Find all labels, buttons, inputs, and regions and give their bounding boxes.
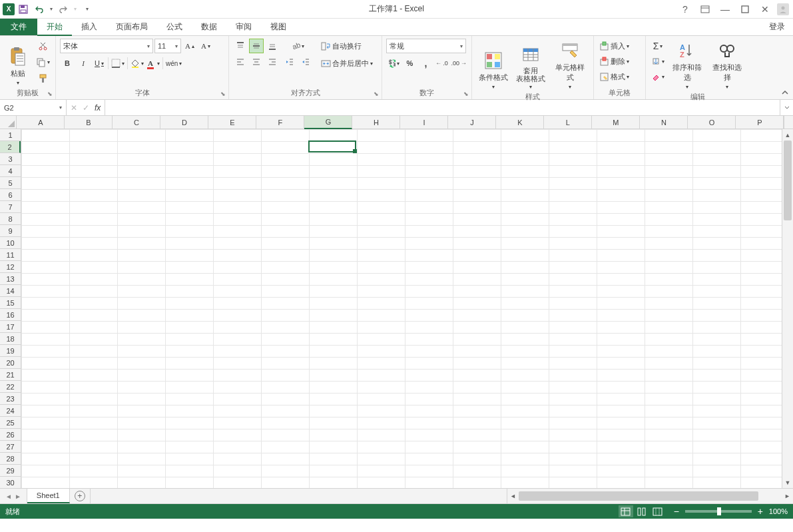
insert-cells-button[interactable]: 插入▾ bbox=[598, 39, 642, 53]
row-header[interactable]: 17 bbox=[0, 321, 21, 333]
cut-button[interactable] bbox=[35, 39, 51, 53]
row-header[interactable]: 23 bbox=[0, 393, 21, 405]
font-color-button[interactable]: A▾ bbox=[146, 56, 161, 71]
row-header[interactable]: 18 bbox=[0, 333, 21, 345]
number-format-combo[interactable]: 常规▾ bbox=[386, 39, 466, 53]
zoom-out-button[interactable]: − bbox=[672, 506, 681, 517]
file-tab[interactable]: 文件 bbox=[0, 19, 37, 35]
save-icon[interactable] bbox=[16, 2, 31, 17]
tab-insert[interactable]: 插入 bbox=[72, 19, 107, 35]
zoom-level[interactable]: 100% bbox=[769, 507, 788, 515]
zoom-in-button[interactable]: + bbox=[756, 506, 765, 517]
clear-button[interactable]: ▾ bbox=[650, 69, 666, 84]
tab-data[interactable]: 数据 bbox=[192, 19, 226, 35]
row-header[interactable]: 10 bbox=[0, 237, 21, 249]
scroll-right-icon[interactable]: ► bbox=[782, 493, 793, 499]
column-header[interactable]: G bbox=[304, 116, 352, 129]
dialog-launcher-icon[interactable]: ⬊ bbox=[46, 90, 54, 98]
tab-view[interactable]: 视图 bbox=[261, 19, 296, 35]
row-header[interactable]: 19 bbox=[0, 345, 21, 357]
column-header[interactable]: L bbox=[544, 116, 592, 129]
delete-cells-button[interactable]: 删除▾ bbox=[598, 54, 642, 69]
dialog-launcher-icon[interactable]: ⬊ bbox=[372, 90, 380, 98]
column-header[interactable]: C bbox=[113, 116, 160, 129]
tab-page-layout[interactable]: 页面布局 bbox=[107, 19, 157, 35]
tab-formulas[interactable]: 公式 bbox=[157, 19, 192, 35]
sheet-nav-prev-icon[interactable]: ◄ bbox=[5, 493, 12, 500]
column-header[interactable]: A bbox=[17, 116, 65, 129]
row-header[interactable]: 2 bbox=[0, 141, 21, 153]
help-icon[interactable]: ? bbox=[677, 3, 693, 16]
align-top-icon[interactable] bbox=[233, 39, 248, 53]
align-center-icon[interactable] bbox=[249, 55, 264, 69]
row-header[interactable]: 4 bbox=[0, 165, 21, 177]
decrease-decimal-button[interactable]: .00→ bbox=[450, 56, 467, 71]
dialog-launcher-icon[interactable]: ⬊ bbox=[219, 90, 227, 98]
decrease-font-icon[interactable]: A▾ bbox=[198, 39, 213, 53]
cancel-formula-icon[interactable]: ✕ bbox=[71, 103, 77, 113]
comma-button[interactable]: , bbox=[418, 56, 433, 71]
row-header[interactable]: 26 bbox=[0, 429, 21, 441]
sort-filter-button[interactable]: AZ 排序和筛选▾ bbox=[668, 39, 706, 91]
row-header[interactable]: 28 bbox=[0, 453, 21, 465]
row-header[interactable]: 13 bbox=[0, 273, 21, 285]
minimize-icon[interactable]: — bbox=[717, 3, 733, 16]
cell-grid[interactable] bbox=[21, 129, 782, 488]
user-avatar-icon[interactable] bbox=[777, 3, 789, 15]
orientation-button[interactable]: ab▾ bbox=[282, 39, 313, 53]
column-header[interactable]: K bbox=[496, 116, 544, 129]
row-header[interactable]: 9 bbox=[0, 225, 21, 237]
column-header[interactable]: M bbox=[592, 116, 640, 129]
find-select-button[interactable]: 查找和选择▾ bbox=[708, 39, 746, 91]
italic-button[interactable]: I bbox=[76, 56, 91, 71]
scroll-down-icon[interactable]: ▼ bbox=[782, 477, 793, 488]
zoom-slider[interactable] bbox=[685, 510, 752, 513]
font-name-combo[interactable]: 宋体▾ bbox=[60, 39, 153, 53]
decrease-indent-icon[interactable] bbox=[282, 55, 297, 69]
fill-button[interactable]: ▾ bbox=[650, 54, 666, 69]
borders-button[interactable]: ▾ bbox=[110, 56, 126, 71]
scroll-up-icon[interactable]: ▲ bbox=[782, 129, 793, 140]
tab-splitter[interactable] bbox=[90, 489, 94, 503]
row-header[interactable]: 1 bbox=[0, 129, 21, 141]
row-header[interactable]: 7 bbox=[0, 201, 21, 213]
dialog-launcher-icon[interactable]: ⬊ bbox=[462, 90, 470, 98]
scrollbar-thumb[interactable] bbox=[784, 140, 792, 220]
row-header[interactable]: 22 bbox=[0, 381, 21, 393]
cell-styles-button[interactable]: 单元格样式▾ bbox=[551, 39, 589, 91]
close-icon[interactable]: ✕ bbox=[757, 3, 773, 16]
row-header[interactable]: 12 bbox=[0, 261, 21, 273]
column-header[interactable]: I bbox=[400, 116, 448, 129]
fx-icon[interactable]: fx bbox=[95, 103, 101, 113]
fill-color-button[interactable]: ▾ bbox=[129, 56, 145, 71]
tab-review[interactable]: 审阅 bbox=[226, 19, 261, 35]
name-box[interactable]: G2▾ bbox=[0, 100, 67, 115]
bold-button[interactable]: B bbox=[60, 56, 75, 71]
qat-customize-icon[interactable]: ▾ bbox=[80, 2, 95, 17]
sheet-nav-next-icon[interactable]: ► bbox=[15, 493, 21, 500]
align-left-icon[interactable] bbox=[233, 55, 248, 69]
percent-button[interactable]: % bbox=[402, 56, 417, 71]
format-painter-button[interactable] bbox=[35, 71, 51, 85]
row-header[interactable]: 29 bbox=[0, 465, 21, 477]
align-bottom-icon[interactable] bbox=[265, 39, 280, 53]
row-header[interactable]: 3 bbox=[0, 153, 21, 165]
row-header[interactable]: 27 bbox=[0, 441, 21, 453]
underline-button[interactable]: U ▾ bbox=[92, 56, 107, 71]
view-normal-icon[interactable] bbox=[619, 505, 633, 517]
phonetic-guide-button[interactable]: wén▾ bbox=[164, 56, 183, 71]
increase-font-icon[interactable]: A▴ bbox=[182, 39, 197, 53]
row-header[interactable]: 14 bbox=[0, 285, 21, 297]
expand-formula-bar-icon[interactable] bbox=[780, 100, 793, 115]
row-header[interactable]: 30 bbox=[0, 477, 21, 489]
vertical-scrollbar[interactable]: ▲ ▼ bbox=[782, 129, 793, 488]
scrollbar-thumb[interactable] bbox=[519, 491, 758, 501]
column-header[interactable]: F bbox=[256, 116, 304, 129]
undo-icon[interactable] bbox=[32, 2, 47, 17]
redo-icon[interactable] bbox=[56, 2, 71, 17]
accounting-format-button[interactable]: 💱▾ bbox=[386, 56, 401, 71]
view-page-break-icon[interactable] bbox=[651, 505, 665, 517]
column-header[interactable]: E bbox=[208, 116, 256, 129]
increase-decimal-button[interactable]: ←.0 bbox=[434, 56, 449, 71]
autosum-button[interactable]: Σ▾ bbox=[650, 39, 666, 53]
